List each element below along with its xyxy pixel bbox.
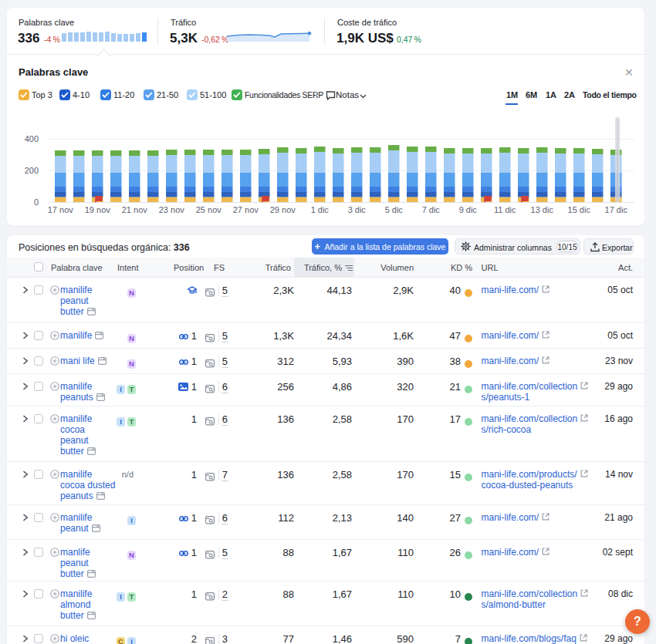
svg-text:21 nov: 21 nov bbox=[122, 205, 148, 214]
svg-text:11 dic: 11 dic bbox=[494, 205, 516, 214]
svg-text:17 nov: 17 nov bbox=[48, 205, 74, 214]
svg-text:1 dic: 1 dic bbox=[311, 205, 330, 214]
svg-text:25 nov: 25 nov bbox=[196, 205, 222, 214]
svg-text:200: 200 bbox=[25, 166, 39, 175]
svg-text:15 dic: 15 dic bbox=[568, 205, 591, 214]
svg-text:23 nov: 23 nov bbox=[159, 205, 185, 214]
svg-text:29 nov: 29 nov bbox=[270, 205, 296, 214]
svg-text:27 nov: 27 nov bbox=[233, 205, 259, 214]
svg-text:19 nov: 19 nov bbox=[85, 205, 111, 214]
svg-text:3 dic: 3 dic bbox=[348, 205, 367, 214]
svg-text:5 dic: 5 dic bbox=[385, 205, 404, 214]
svg-text:13 dic: 13 dic bbox=[531, 205, 554, 214]
svg-text:7 dic: 7 dic bbox=[422, 205, 441, 214]
svg-text:400: 400 bbox=[25, 134, 39, 143]
svg-text:17 dic: 17 dic bbox=[605, 205, 628, 214]
svg-text:0: 0 bbox=[34, 197, 39, 207]
svg-text:9 dic: 9 dic bbox=[459, 205, 478, 214]
